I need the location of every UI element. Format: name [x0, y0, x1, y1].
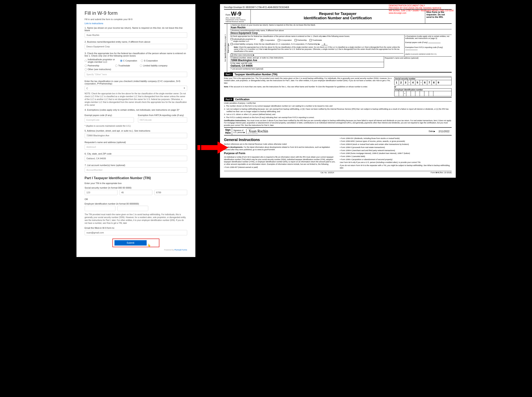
- svg-rect-0: [197, 145, 200, 150]
- w9-label: W-9: [231, 10, 242, 17]
- note-accounts-us: * (Applies to accounts maintained outsid…: [85, 125, 187, 127]
- radio-llc[interactable]: [140, 65, 142, 67]
- label-ein: Employer identification number (in forma…: [85, 203, 187, 205]
- cb-c-corp[interactable]: [261, 39, 263, 41]
- label-email: Email the filled-in W-9 form to:: [85, 227, 187, 229]
- input-requester[interactable]: [85, 144, 187, 150]
- cb-individual[interactable]: [231, 38, 233, 40]
- w9-document: DEMONSTRATION DOCUMENT ONLY PROVIDED BY …: [220, 4, 456, 178]
- label-fatca-code: Exemption from FATCA reporting code (if …: [138, 114, 187, 116]
- w9-address: 72868 Blackington Ave: [231, 59, 383, 62]
- label-account: 7. List account number(s) here (optional…: [85, 164, 187, 167]
- svg-rect-1: [201, 145, 218, 150]
- form-footer: Cat. No. 10231X Form W-9 (Rev. 10-2018): [224, 171, 452, 174]
- arrow-icon: [197, 139, 230, 156]
- page-subtitle: Fill in and submit the form to complete …: [85, 18, 187, 20]
- part-ii-header: Part II Certification: [224, 97, 452, 101]
- ssn-display: 123 – 45 – 6789: [394, 80, 452, 85]
- w9-business: Desco Equipment Corp: [231, 31, 451, 34]
- part-i-heading: Part I Taxpayer Identification Number (T…: [85, 176, 187, 180]
- input-account[interactable]: [85, 167, 187, 173]
- cb-llc[interactable]: [231, 43, 233, 45]
- input-ein-2[interactable]: [118, 206, 148, 211]
- cb-trust[interactable]: [310, 39, 312, 41]
- part-i-sub: Enter your TIN in the appropriate box: [85, 182, 187, 185]
- llc-class-value: C: [321, 43, 328, 45]
- input-name[interactable]: [85, 32, 187, 38]
- note-tin: The TIN provided must match the name giv…: [85, 213, 187, 225]
- general-instructions: General Instructions Section references …: [224, 137, 452, 170]
- radio-trust[interactable]: [115, 65, 118, 67]
- w9-name: Xuan Rochin: [231, 26, 451, 29]
- label-classification: 3. Check the appropriate box for the fed…: [85, 52, 187, 57]
- w9-city: Oakland, CA 94606: [231, 64, 383, 67]
- input-email[interactable]: [85, 230, 187, 235]
- label-ssn: Social security number (in format 000 00…: [85, 186, 187, 189]
- input-business[interactable]: [85, 44, 187, 49]
- label-exempt-code: Exempt payee code (if any): [85, 114, 134, 116]
- ein-display: –: [394, 91, 452, 96]
- side-tab-specific: See Specific Instructions on page 3.: [224, 24, 227, 72]
- cursor-icon: 👆: [147, 243, 151, 247]
- input-ssn-2[interactable]: [119, 190, 152, 195]
- note-classification: NOTE: Check the appropriate box in the l…: [85, 92, 187, 106]
- label-or: OR: [85, 198, 187, 200]
- label-address: 5. Address (number, street, and apt. or …: [85, 130, 187, 132]
- radio-partnership[interactable]: [85, 65, 87, 67]
- radio-individual[interactable]: [85, 60, 87, 62]
- input-address[interactable]: [85, 133, 187, 138]
- submit-button[interactable]: Submit: [114, 240, 147, 246]
- label-business: 2. Business name/disregarded entity name…: [85, 41, 187, 43]
- input-fatca-code[interactable]: [138, 117, 187, 123]
- side-tab-print: Print or type.: [227, 24, 230, 72]
- signature-value: DocuSigned by: Xuan Rochin 3DF15C16D0044…: [246, 129, 427, 133]
- input-ssn-3[interactable]: [154, 190, 187, 195]
- chevron-down-icon: ▼: [183, 87, 185, 89]
- radio-other[interactable]: [85, 68, 87, 70]
- radio-s-corp[interactable]: [141, 60, 143, 62]
- cb-other[interactable]: [231, 54, 233, 56]
- input-exempt-code[interactable]: [85, 117, 134, 123]
- cb-partnership[interactable]: [294, 39, 297, 41]
- radio-c-corp[interactable]: [120, 60, 122, 62]
- label-city: 6. City, state, and ZIP code: [85, 153, 187, 155]
- label-name: 1. Name (as shown on your income tax ret…: [85, 27, 187, 31]
- label-requester: Requester's name and address (optional): [85, 141, 187, 143]
- cb-s-corp[interactable]: [278, 39, 280, 41]
- powered-by: Powered by Plumsail Forms: [85, 249, 187, 251]
- part-i-header: Part I Taxpayer Identification Number (T…: [224, 72, 452, 76]
- select-llc-class[interactable]: C▼: [85, 86, 187, 91]
- input-other[interactable]: [85, 72, 187, 77]
- input-city[interactable]: [85, 156, 187, 161]
- plumsail-link[interactable]: Plumsail Forms: [174, 249, 187, 251]
- label-llc-class: Enter the tax classification in case you…: [85, 80, 187, 85]
- input-ein-1[interactable]: [85, 206, 115, 211]
- label-exemptions: 4. Exemptions (codes apply only to certa…: [85, 109, 187, 111]
- signature-row: SignHere Signature ofU.S. person ▶ DocuS…: [224, 127, 452, 136]
- submit-highlight: Submit 👆: [112, 239, 159, 247]
- page-title: Fill in W-9 form: [85, 10, 187, 16]
- demo-watermark: DEMONSTRATION DOCUMENT ONLY PROVIDED BY …: [389, 5, 453, 14]
- svg-marker-2: [218, 141, 228, 154]
- instructions-link[interactable]: Link to instructions: [85, 22, 187, 25]
- date-value: 2/11/2022: [437, 130, 451, 133]
- input-ssn-1[interactable]: [85, 190, 118, 195]
- fill-in-form-page: Fill in W-9 form Fill in and submit the …: [76, 4, 195, 257]
